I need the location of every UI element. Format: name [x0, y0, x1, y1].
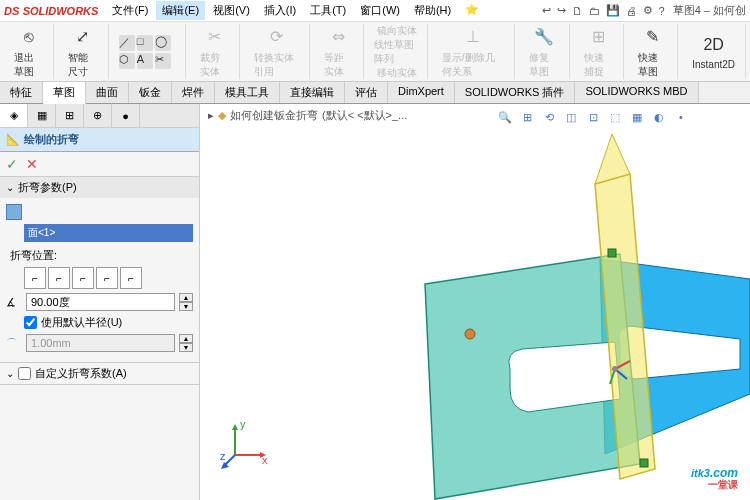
- tab-SOLIDWORKS 插件[interactable]: SOLIDWORKS 插件: [455, 82, 576, 103]
- face-select-icon[interactable]: [6, 204, 22, 220]
- view-tool[interactable]: ▦: [628, 108, 646, 126]
- tab-评估[interactable]: 评估: [345, 82, 388, 103]
- bend-pos-4[interactable]: ⌐: [120, 267, 142, 289]
- title-icon[interactable]: ↪: [557, 4, 566, 17]
- title-icon[interactable]: 🗀: [589, 5, 600, 17]
- ribbon-智能尺寸[interactable]: ⤢智能尺寸: [64, 23, 101, 81]
- tab-特征[interactable]: 特征: [0, 82, 43, 103]
- bend-pos-0[interactable]: ⌐: [24, 267, 46, 289]
- tab-DimXpert[interactable]: DimXpert: [388, 82, 455, 103]
- tab-焊件[interactable]: 焊件: [172, 82, 215, 103]
- angle-input[interactable]: [26, 293, 175, 311]
- ribbon-等距实体: ⇔等距实体: [320, 23, 357, 81]
- ribbon-快速草图[interactable]: ✎快速草图: [634, 23, 671, 81]
- breadcrumb-part[interactable]: 如何创建钣金折弯: [230, 108, 318, 123]
- tab-模具工具[interactable]: 模具工具: [215, 82, 280, 103]
- ribbon-tool[interactable]: ✂: [155, 53, 171, 69]
- menu-窗口(W)[interactable]: 窗口(W): [354, 1, 406, 20]
- breadcrumb-icon[interactable]: ▸: [208, 109, 214, 122]
- ribbon-label: 线性草图阵列: [374, 38, 421, 66]
- radius-down: ▼: [179, 343, 193, 352]
- breadcrumb: ▸ ◆ 如何创建钣金折弯 (默认< <默认>_...: [208, 108, 407, 123]
- sidebar-tab-0[interactable]: ◈: [0, 104, 28, 127]
- use-default-radius-checkbox[interactable]: [24, 316, 37, 329]
- bend-position-label: 折弯位置:: [10, 248, 193, 263]
- 快速捕捉-icon: ⊞: [586, 25, 610, 49]
- tab-钣金[interactable]: 钣金: [129, 82, 172, 103]
- ribbon-tool[interactable]: A: [137, 53, 153, 69]
- view-tool[interactable]: ⟲: [540, 108, 558, 126]
- view-tool[interactable]: 🔍: [496, 108, 514, 126]
- menu-⭐[interactable]: ⭐: [459, 1, 485, 20]
- angle-down[interactable]: ▼: [179, 302, 193, 311]
- bend-params-header[interactable]: 折弯参数(P): [0, 177, 199, 198]
- ribbon-label: 镜向实体: [377, 24, 417, 38]
- ribbon-tool[interactable]: ◯: [155, 35, 171, 51]
- svg-rect-5: [640, 459, 648, 467]
- title-icon[interactable]: 💾: [606, 4, 620, 17]
- model-scene[interactable]: [200, 104, 750, 500]
- menu-插入(I)[interactable]: 插入(I): [258, 1, 302, 20]
- title-icon[interactable]: ⚙: [643, 4, 653, 17]
- ribbon-tool[interactable]: ⬡: [119, 53, 135, 69]
- bend-icon: 📐: [6, 133, 20, 146]
- custom-bend-allowance-checkbox[interactable]: [18, 367, 31, 380]
- view-tool[interactable]: ⊞: [518, 108, 536, 126]
- tab-草图[interactable]: 草图: [43, 82, 86, 104]
- view-tool[interactable]: ⊡: [584, 108, 602, 126]
- watermark: itk3.com 一堂课: [691, 452, 738, 492]
- title-icon[interactable]: ↩: [542, 4, 551, 17]
- svg-point-6: [465, 329, 475, 339]
- orientation-triad[interactable]: y x z: [220, 420, 270, 470]
- ok-button[interactable]: ✓: [6, 156, 18, 172]
- view-tool[interactable]: •: [672, 108, 690, 126]
- menu-编辑(E)[interactable]: 编辑(E): [156, 1, 205, 20]
- ribbon-label: 移动实体: [377, 66, 417, 80]
- sidebar-tab-1[interactable]: ▦: [28, 104, 56, 127]
- main-menu: 文件(F)编辑(E)视图(V)插入(I)工具(T)窗口(W)帮助(H)⭐: [106, 1, 485, 20]
- menu-文件(F)[interactable]: 文件(F): [106, 1, 154, 20]
- bend-pos-1[interactable]: ⌐: [48, 267, 70, 289]
- ribbon-tool[interactable]: ／: [119, 35, 135, 51]
- ribbon-tool[interactable]: □: [137, 35, 153, 51]
- svg-text:y: y: [240, 420, 246, 430]
- bend-pos-2[interactable]: ⌐: [72, 267, 94, 289]
- ribbon-显示/删除几何关系: ⊥显示/删除几何关系: [438, 23, 509, 81]
- bend-pos-3[interactable]: ⌐: [96, 267, 118, 289]
- radius-input: [26, 334, 175, 352]
- 显示/删除几何关系-icon: ⊥: [461, 25, 485, 49]
- face-selection[interactable]: 面<1>: [24, 224, 193, 242]
- feature-name: 绘制的折弯: [24, 132, 79, 147]
- title-icon[interactable]: ?: [659, 5, 665, 17]
- sidebar-tab-3[interactable]: ⊕: [84, 104, 112, 127]
- 快速草图-icon: ✎: [641, 25, 665, 49]
- Instant2D-icon: 2D: [702, 33, 726, 57]
- title-icon[interactable]: 🖨: [626, 5, 637, 17]
- svg-rect-4: [608, 249, 616, 257]
- title-icon[interactable]: 🗋: [572, 5, 583, 17]
- svg-text:x: x: [262, 454, 268, 466]
- angle-up[interactable]: ▲: [179, 293, 193, 302]
- menu-帮助(H)[interactable]: 帮助(H): [408, 1, 457, 20]
- custom-bend-allowance-header[interactable]: 自定义折弯系数(A): [0, 363, 199, 384]
- ribbon: ⎋退出草图⤢智能尺寸／□◯⬡A✂✂裁剪实体⟳转换实体引用⇔等距实体镜向实体线性草…: [0, 22, 750, 82]
- view-tool[interactable]: ⬚: [606, 108, 624, 126]
- tab-直接编辑[interactable]: 直接编辑: [280, 82, 345, 103]
- tab-SOLIDWORKS MBD[interactable]: SOLIDWORKS MBD: [575, 82, 698, 103]
- graphics-viewport[interactable]: ▸ ◆ 如何创建钣金折弯 (默认< <默认>_... 🔍⊞⟲◫⊡⬚▦◐•: [200, 104, 750, 500]
- tab-曲面[interactable]: 曲面: [86, 82, 129, 103]
- view-tool[interactable]: ◫: [562, 108, 580, 126]
- ribbon-修复草图: 🔧修复草图: [525, 23, 562, 81]
- 退出草图-icon: ⎋: [17, 25, 41, 49]
- sidebar-tab-4[interactable]: ●: [112, 104, 140, 127]
- menu-视图(V)[interactable]: 视图(V): [207, 1, 256, 20]
- view-tool[interactable]: ◐: [650, 108, 668, 126]
- sidebar-tabs: ◈▦⊞⊕●: [0, 104, 199, 128]
- ribbon-Instant2D[interactable]: 2DInstant2D: [688, 31, 739, 72]
- ribbon-退出草图[interactable]: ⎋退出草图: [10, 23, 47, 81]
- cancel-button[interactable]: ✕: [26, 156, 38, 172]
- ribbon-转换实体引用: ⟳转换实体引用: [250, 23, 303, 81]
- angle-icon: ∡: [6, 296, 22, 309]
- menu-工具(T)[interactable]: 工具(T): [304, 1, 352, 20]
- sidebar-tab-2[interactable]: ⊞: [56, 104, 84, 127]
